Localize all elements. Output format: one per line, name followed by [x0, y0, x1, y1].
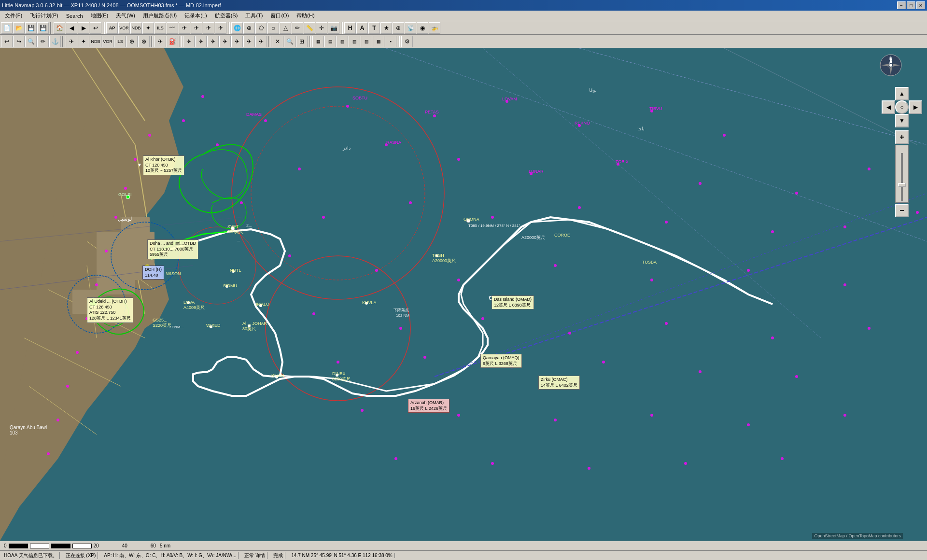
tb-undo2[interactable]: ↩ — [90, 22, 101, 34]
tb2-redo[interactable]: ↪ — [13, 36, 25, 47]
svg-point-107 — [105, 250, 108, 252]
map-container[interactable]: SOBTU DAMAS PETAS LOVAM REKNO TIBVU RASN… — [0, 48, 927, 541]
tb2-plane[interactable]: ✈ — [154, 36, 166, 47]
tb2-wp2[interactable]: ✦ — [78, 36, 89, 47]
tb-wp[interactable]: ✦ — [142, 22, 154, 34]
svg-point-91 — [795, 375, 798, 378]
sep4 — [341, 22, 343, 34]
tb-pencil[interactable]: ✏ — [292, 22, 303, 34]
tb2-ap4[interactable]: ✈ — [195, 36, 207, 47]
tb2-route[interactable]: ⚓ — [49, 36, 61, 47]
tb2-chart3[interactable]: ▥ — [337, 36, 348, 47]
tb2-chart4[interactable]: ▧ — [349, 36, 360, 47]
tb-saveas[interactable]: 💾 — [37, 22, 49, 34]
menu-flight[interactable]: 飞行计划(P) — [26, 11, 62, 20]
tb2-ap7[interactable]: ✈ — [231, 36, 243, 47]
tb-plane4[interactable]: ✈ — [215, 22, 226, 34]
menu-help[interactable]: 帮助(H) — [293, 11, 318, 20]
nav-down-button[interactable]: ▼ — [895, 114, 909, 127]
tb-sphere[interactable]: ◉ — [417, 22, 428, 34]
tb2-chart1[interactable]: ▦ — [312, 36, 324, 47]
nav-right-button[interactable]: ▶ — [909, 100, 922, 114]
minimize-button[interactable]: − — [897, 1, 906, 9]
menu-logbook[interactable]: 记录本(L) — [181, 11, 211, 20]
tb2-vor2[interactable]: VOR — [102, 36, 113, 47]
svg-point-41 — [248, 324, 251, 327]
tb2-chart5[interactable]: ▨ — [361, 36, 372, 47]
zoom-slider-thumb[interactable] — [898, 183, 906, 187]
maximize-button[interactable]: □ — [907, 1, 915, 9]
svg-point-95 — [650, 414, 653, 417]
tb2-zoom-sel[interactable]: 🔍 — [25, 36, 37, 47]
tb-airways[interactable]: 〰 — [167, 22, 178, 34]
svg-point-76 — [650, 279, 653, 281]
tb-camera[interactable]: 📷 — [328, 22, 339, 34]
nav-up-button[interactable]: ▲ — [895, 87, 909, 100]
tb-back[interactable]: ◀ — [66, 22, 77, 34]
tb2-ap3[interactable]: ✈ — [183, 36, 195, 47]
tb-new[interactable]: 📄 — [1, 22, 13, 34]
tb-cross[interactable]: ✛ — [316, 22, 327, 34]
tb-ap[interactable]: AP — [106, 22, 118, 34]
tb-circle[interactable]: ○ — [267, 22, 279, 34]
tb-home[interactable]: 🏠 — [54, 22, 65, 34]
tb2-ap8[interactable]: ✈ — [243, 36, 255, 47]
menu-window[interactable]: 窗口(O) — [267, 11, 293, 20]
tb-ndb[interactable]: NDB — [130, 22, 142, 34]
tb2-zsel[interactable]: ⊞ — [296, 36, 308, 47]
tb-plane1[interactable]: ✈ — [179, 22, 190, 34]
tb-ruler[interactable]: 📏 — [304, 22, 315, 34]
tb2-cancel[interactable]: ✕ — [272, 36, 283, 47]
menu-userpoints[interactable]: 用户航路点(U) — [139, 11, 181, 20]
nav-left-button[interactable]: ◀ — [882, 100, 895, 114]
tb2-ap2[interactable]: ✈ — [66, 36, 77, 47]
tb2-undo[interactable]: ↩ — [1, 36, 13, 47]
close-button[interactable]: ✕ — [916, 1, 925, 9]
menu-weather[interactable]: 天气(W) — [112, 11, 139, 20]
tb-layer[interactable]: ⊕ — [243, 22, 255, 34]
tb2-ap6[interactable]: ✈ — [219, 36, 231, 47]
menu-tools[interactable]: 工具(T) — [241, 11, 267, 20]
tb2-chart2[interactable]: ▤ — [324, 36, 336, 47]
tb-forward[interactable]: ▶ — [78, 22, 89, 34]
svg-point-104 — [134, 158, 137, 161]
tb2-fix[interactable]: ⊕ — [126, 36, 138, 47]
tb-plane3[interactable]: ✈ — [203, 22, 214, 34]
tb-open[interactable]: 📂 — [13, 22, 25, 34]
tb2-ap5[interactable]: ✈ — [207, 36, 219, 47]
tb-save[interactable]: 💾 — [25, 22, 37, 34]
tb2-ap9[interactable]: ✈ — [255, 36, 267, 47]
zoom-slider[interactable] — [895, 145, 909, 203]
tb2-chart6[interactable]: ▩ — [373, 36, 384, 47]
menu-search[interactable]: Search — [62, 12, 87, 20]
menu-map[interactable]: 地图(E) — [87, 11, 112, 20]
tb2-fuel[interactable]: ⛽ — [167, 36, 178, 47]
tb-vor[interactable]: VOR — [118, 22, 130, 34]
tb-H[interactable]: H — [344, 22, 356, 34]
svg-point-99 — [491, 462, 494, 465]
menu-file[interactable]: 文件(F) — [1, 11, 26, 20]
tb2-chart7[interactable]: ▪ — [385, 36, 396, 47]
zoom-in-button[interactable]: + — [895, 130, 909, 144]
tb2-search2[interactable]: 🔍 — [284, 36, 295, 47]
tb-A[interactable]: A — [356, 22, 368, 34]
nav-center-button[interactable]: ○ — [895, 100, 909, 114]
zoom-out-button[interactable]: − — [895, 204, 909, 217]
menu-aircraft[interactable]: 航空器(S) — [211, 11, 242, 20]
tb-T[interactable]: T — [368, 22, 380, 34]
tb2-ndb2[interactable]: NDB — [90, 36, 101, 47]
tb2-ils2[interactable]: ILS — [114, 36, 126, 47]
tb-triangle[interactable]: △ — [280, 22, 291, 34]
tb-antenna[interactable]: 📡 — [405, 22, 416, 34]
tb-compass2[interactable]: ⊕ — [393, 22, 404, 34]
tb-pentagon[interactable]: ⬠ — [255, 22, 267, 34]
tb2-settings[interactable]: ⚙ — [401, 36, 413, 47]
svg-rect-14 — [97, 266, 135, 294]
tb2-hold[interactable]: ⊗ — [138, 36, 150, 47]
tb-heli[interactable]: 🚁 — [429, 22, 440, 34]
tb-globe[interactable]: 🌐 — [231, 22, 243, 34]
tb-star[interactable]: ★ — [380, 22, 392, 34]
tb-plane2[interactable]: ✈ — [191, 22, 202, 34]
tb2-edit[interactable]: ✏ — [37, 36, 49, 47]
tb-ils[interactable]: ILS — [154, 22, 166, 34]
